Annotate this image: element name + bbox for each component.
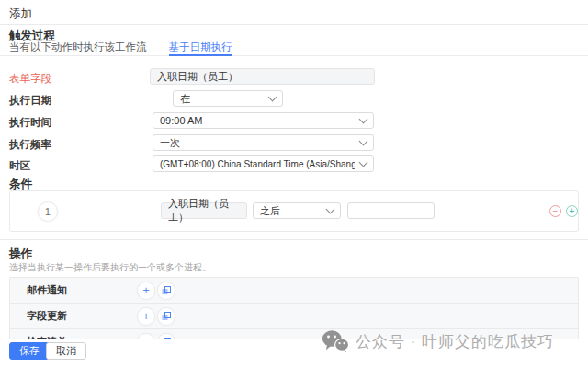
condition-panel: 1 入职日期（员工） 之后 − + [9,190,579,232]
action-row-email: 邮件通知 + [10,278,578,304]
divider [0,24,588,25]
chevron-down-icon [359,158,368,167]
action-label: 字段更新 [27,309,67,323]
exec-time-label: 执行时间 [9,116,51,130]
exec-date-select[interactable]: 在 [173,90,283,107]
action-label: 邮件通知 [27,283,67,297]
chevron-down-icon [268,93,277,102]
remove-condition-icon[interactable]: − [549,205,561,217]
associate-icon [162,312,171,321]
associate-email-action-button[interactable] [157,282,175,300]
chevron-down-icon [326,205,335,214]
condition-operator-select[interactable]: 之后 [253,202,341,219]
associate-icon [162,286,171,295]
associate-field-update-action-button[interactable] [157,307,175,326]
tab-action-trigger[interactable]: 当有以下动作时执行该工作流 [9,40,147,55]
cancel-button[interactable]: 取消 [46,342,86,360]
chevron-down-icon [359,115,368,124]
exec-date-label: 执行日期 [9,94,51,108]
tab-date-trigger[interactable]: 基于日期执行 [169,40,232,56]
exec-frequency-select[interactable]: 一次 [153,134,374,151]
condition-field: 入职日期（员工） [161,202,247,219]
add-field-update-action-button[interactable]: + [137,307,155,326]
form-field-value: 入职日期（员工） [150,68,375,85]
form-field-label: 表单字段 [9,72,51,86]
divider [0,239,588,240]
exec-date-value: 在 [180,92,190,106]
timezone-label: 时区 [9,159,30,173]
actions-section-heading: 操作 [9,247,32,262]
form-field-value-text: 入职日期（员工） [157,70,238,84]
trigger-tabs: 当有以下动作时执行该工作流 基于日期执行 [0,40,588,56]
save-button[interactable]: 保存 [9,342,50,360]
add-email-action-button[interactable]: + [137,282,155,300]
exec-time-select[interactable]: 09:00 AM [153,112,374,129]
footer-bar: 保存 取消 [0,339,588,362]
exec-frequency-label: 执行频率 [9,138,51,152]
workflow-dialog: 添加 触发过程 当有以下动作时执行该工作流 基于日期执行 表单字段 入职日期（员… [0,0,588,368]
chevron-down-icon [359,137,368,146]
exec-time-value: 09:00 AM [160,115,202,126]
timezone-value: (GMT+08:00) China Standard Time (Asia/Sh… [160,159,355,169]
action-row-field-update: 字段更新 + [10,304,578,329]
add-condition-icon[interactable]: + [566,205,578,217]
condition-operator-value: 之后 [260,204,280,218]
exec-frequency-value: 一次 [160,136,180,150]
condition-index-badge: 1 [38,201,58,222]
timezone-select[interactable]: (GMT+08:00) China Standard Time (Asia/Sh… [153,155,374,172]
condition-field-text: 入职日期（员工） [168,197,240,224]
condition-value-input[interactable] [347,202,435,219]
page-title: 添加 [9,6,32,22]
actions-subtitle: 选择当执行某一操作后要执行的一个或多个进程。 [9,261,211,274]
